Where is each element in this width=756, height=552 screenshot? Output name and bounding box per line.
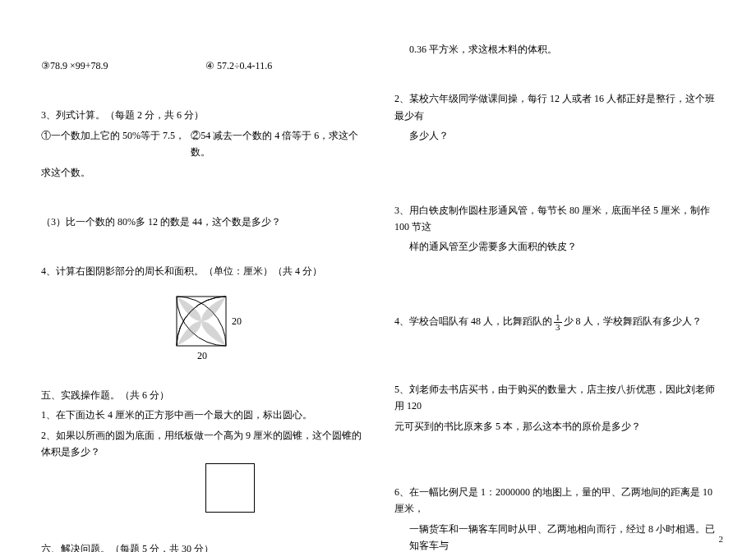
sec5-title: 五、实践操作题。（共 6 分） — [41, 387, 362, 403]
q2-text-b: 多少人？ — [394, 127, 723, 144]
left-column: ③78.9 ×99+78.9 ④ 57.2÷0.4-11.6 3、列式计算。（每… — [0, 0, 378, 552]
sec6-title: 六、解决问题。（每题 5 分，共 30 分） — [41, 540, 362, 552]
section-6-start: 六、解决问题。（每题 5 分，共 30 分） 1、一根圆柱形木料长 5 米，把它… — [41, 540, 362, 552]
q6-text-a: 6、在一幅比例尺是 1：2000000 的地图上，量的甲、乙两地间的距离是 10… — [394, 484, 723, 518]
sec4-title: 4、计算右图阴影部分的周长和面积。（单位：厘米）（共 4 分） — [41, 263, 362, 279]
question-4: 4、学校合唱队有 48 人，比舞蹈队的13少 8 人，学校舞蹈队有多少人？ — [394, 313, 723, 332]
section-5: 五、实践操作题。（共 6 分） 1、在下面边长 4 厘米的正方形中画一个最大的圆… — [41, 387, 362, 517]
question-6: 6、在一幅比例尺是 1：2000000 的地图上，量的甲、乙两地间的距离是 10… — [394, 484, 723, 552]
ex4-label: ④ 57.2÷0.4-11.6 — [205, 58, 272, 74]
exercise-pair-3-4: ③78.9 ×99+78.9 ④ 57.2÷0.4-11.6 — [41, 58, 362, 74]
q4-text-b: 少 8 人，学校舞蹈队有多少人？ — [564, 315, 702, 327]
sec5-q1: 1、在下面边长 4 厘米的正方形中画一个最大的圆，标出圆心。 — [41, 407, 362, 423]
question-5: 5、刘老师去书店买书，由于购买的数量大，店主按八折优惠，因此刘老师用 120 元… — [394, 381, 723, 435]
sec3-q1a: ①一个数加上它的 50%等于 7.5， — [41, 127, 191, 161]
square-box-icon — [205, 463, 255, 513]
question-2: 2、某校六年级同学做课间操，每行 12 人或者 16 人都正好是整行，这个班最少… — [394, 90, 723, 144]
q3-text-a: 3、用白铁皮制作圆柱形通风管，每节长 80 厘米，底面半径 5 厘米，制作 10… — [394, 202, 723, 236]
fraction-1-3: 13 — [554, 313, 562, 332]
right-column: 0.36 平方米，求这根木料的体积。 2、某校六年级同学做课间操，每行 12 人… — [378, 0, 756, 552]
sec3-q1b: 求这个数。 — [41, 164, 362, 181]
q2-text-a: 2、某校六年级同学做课间操，每行 12 人或者 16 人都正好是整行，这个班最少… — [394, 90, 723, 124]
fig-label-right: 20 — [232, 315, 242, 327]
q4-text-a: 4、学校合唱队有 48 人，比舞蹈队的 — [394, 315, 552, 327]
section-3: 3、列式计算。（每题 2 分，共 6 分） ①一个数加上它的 50%等于 7.5… — [41, 107, 362, 181]
page-number: 2 — [719, 534, 724, 544]
q5-text-a: 5、刘老师去书店买书，由于购买的数量大，店主按八折优惠，因此刘老师用 120 — [394, 381, 723, 415]
sec3-q3-text: （3）比一个数的 80%多 12 的数是 44，这个数是多少？ — [41, 214, 362, 230]
q1-continuation: 0.36 平方米，求这根木料的体积。 — [394, 41, 723, 58]
square-placeholder — [41, 463, 362, 516]
ex3-label: ③78.9 ×99+78.9 — [41, 58, 205, 74]
q3-text-b: 样的通风管至少需要多大面积的铁皮？ — [394, 238, 723, 255]
sec5-q2: 2、如果以所画的圆为底面，用纸板做一个高为 9 厘米的圆锥，这个圆锥的体积是多少… — [41, 427, 362, 461]
q5-text-b: 元可买到的书比原来多 5 本，那么这本书的原价是多少？ — [394, 418, 723, 435]
fig-label-bottom: 20 — [197, 350, 207, 361]
q1-cont-text: 0.36 平方米，求这根木料的体积。 — [394, 41, 723, 58]
sec3-q2: ②54 减去一个数的 4 倍等于 6，求这个数。 — [191, 127, 362, 161]
frac-den: 3 — [554, 323, 562, 332]
shaded-shape-icon: 20 20 — [156, 288, 247, 362]
q6-text-b: 一辆货车和一辆客车同时从甲、乙两地相向而行，经过 8 小时相遇。已知客车与 — [394, 521, 723, 552]
section-3-q3: （3）比一个数的 80%多 12 的数是 44，这个数是多少？ — [41, 214, 362, 230]
figure-4: 20 20 — [41, 288, 362, 362]
section-4: 4、计算右图阴影部分的周长和面积。（单位：厘米）（共 4 分） 20 20 — [41, 263, 362, 361]
sec3-title: 3、列式计算。（每题 2 分，共 6 分） — [41, 107, 362, 123]
frac-num: 1 — [554, 313, 562, 323]
question-3: 3、用白铁皮制作圆柱形通风管，每节长 80 厘米，底面半径 5 厘米，制作 10… — [394, 202, 723, 255]
